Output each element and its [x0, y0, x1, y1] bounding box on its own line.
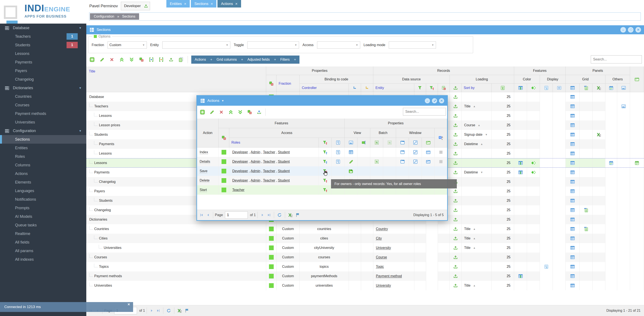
toolbar-tab-actions[interactable]: Actions [192, 58, 208, 62]
column-header-controller[interactable]: Controller [300, 84, 349, 92]
sidebar-item-all-params[interactable]: All params [0, 247, 86, 255]
row-title[interactable]: Courses [94, 255, 107, 259]
action-name[interactable]: Save [200, 169, 207, 173]
fraction-button[interactable] [138, 56, 145, 63]
modal-column-header-window[interactable]: Window [396, 128, 435, 138]
row-title[interactable]: Topics [99, 265, 108, 269]
role-link[interactable]: Teacher [263, 150, 275, 154]
column-header-fraction[interactable]: Fraction [276, 75, 300, 92]
modal-last-page-button[interactable] [267, 213, 271, 217]
modal-cell-tr[interactable] [435, 157, 447, 166]
column-header[interactable] [527, 84, 540, 92]
entity-link[interactable]: Payment method [376, 274, 402, 278]
column-header[interactable] [361, 84, 373, 92]
sidebar-group-dictionaries[interactable]: Dictionaries▼ [0, 84, 86, 92]
sidebar-item-all-indexes[interactable]: All indexes [0, 255, 86, 264]
role-link[interactable]: Student [278, 160, 290, 163]
column-header[interactable] [266, 75, 276, 92]
column-header-binding-to-code[interactable]: Binding to code [300, 75, 373, 84]
sidebar-item-columns[interactable]: Columns [0, 161, 86, 169]
role-link[interactable]: Developer [232, 150, 248, 154]
modal-cell-w1[interactable] [396, 157, 409, 166]
cell-tree[interactable]: Universities [86, 243, 266, 253]
column-header[interactable] [414, 84, 426, 92]
toolbar-tab-grid-columns[interactable]: Grid columns [214, 58, 239, 62]
sidebar-item-entities[interactable]: Entities [0, 144, 86, 152]
row-title[interactable]: Lesson prices [99, 123, 120, 127]
sidebar-item-queue-tasks[interactable]: Queue tasks [0, 221, 86, 229]
column-header-title[interactable]: Title [86, 66, 266, 92]
column-header-records[interactable]: Records [373, 66, 514, 75]
close-icon[interactable]: ✕ [184, 2, 186, 5]
column-header[interactable] [580, 84, 592, 92]
sidebar-item-universities[interactable]: Universities [0, 118, 86, 127]
column-header[interactable] [514, 84, 527, 92]
table-row[interactable]: UniversitiesCustomuniversitiesUniversity… [86, 281, 644, 290]
action-name[interactable]: Start [200, 188, 207, 192]
sidebar-item-prompts[interactable]: Prompts [0, 204, 86, 212]
modal-cell-f1[interactable] [319, 157, 332, 166]
sidebar-item-languages[interactable]: Languages [0, 186, 86, 195]
add-icon[interactable]: + [272, 58, 278, 62]
actions-modal-titlebar[interactable]: Actions ▼ – ✕ [197, 96, 447, 106]
sidebar-item-students[interactable]: Students1 [0, 41, 86, 49]
row-title[interactable]: Database [89, 95, 104, 99]
role-link[interactable]: Developer [232, 160, 248, 163]
sidebar-item-teachers[interactable]: Teachers1 [0, 32, 86, 41]
modal-fraction-button[interactable] [246, 109, 253, 116]
bracket-orange-button[interactable] [158, 56, 165, 63]
search-input[interactable] [591, 55, 642, 63]
cell-tree[interactable]: Payment methods [86, 271, 266, 281]
sort-by-value[interactable]: Signup date [464, 133, 482, 137]
sidebar-item-roles[interactable]: Roles [0, 152, 86, 161]
expand-all-button[interactable] [128, 56, 135, 63]
role-link[interactable]: Student [278, 150, 290, 154]
row-title[interactable]: Payers [94, 189, 105, 193]
add-icon[interactable]: + [239, 58, 245, 62]
modal-column-header-features[interactable]: Features [218, 119, 344, 128]
modal-table-row[interactable]: DetailsDeveloper, Admin, Teacher, Studen… [197, 157, 447, 166]
row-title[interactable]: Payments [94, 170, 110, 174]
role-link[interactable]: Teacher [263, 160, 275, 163]
minimize-button[interactable]: – [620, 27, 626, 33]
sidebar-group-configuration[interactable]: Configuration▼ [0, 127, 86, 135]
table-row[interactable]: Payment methodsCustompaymentMethodsPayme… [86, 271, 644, 281]
column-header[interactable] [426, 84, 438, 92]
table-row[interactable]: TopicsCustomtopicsTopic25N [86, 262, 644, 271]
modal-column-header-properties[interactable]: Properties [344, 119, 447, 128]
modal-add-button[interactable] [199, 109, 206, 116]
modal-cell-w3[interactable] [422, 157, 435, 166]
sidebar-item-courses[interactable]: Courses [0, 101, 86, 109]
role-link[interactable]: Developer [232, 169, 248, 173]
role-link[interactable]: Teacher [263, 169, 275, 173]
row-title[interactable]: Dictionaries [89, 218, 107, 221]
table-row[interactable]: CountriesCustomcountriesCountryTitle▲25 [86, 224, 644, 234]
role-select[interactable]: Developer [121, 2, 150, 10]
modal-cell-w1[interactable] [396, 148, 409, 157]
table-row[interactable]: CoursesCustomcoursesCourse25 [86, 253, 644, 262]
modal-column-header-access[interactable]: Access [229, 128, 344, 138]
column-header-entity[interactable]: Entity [373, 84, 414, 92]
column-header[interactable] [438, 84, 450, 92]
action-name[interactable]: Details [200, 160, 210, 164]
sort-by-value[interactable]: Title [464, 284, 470, 288]
action-name[interactable]: Delete [200, 178, 210, 183]
column-header[interactable] [592, 84, 605, 92]
column-header[interactable] [630, 66, 644, 92]
modal-import-button[interactable] [256, 109, 263, 116]
row-title[interactable]: Payments [99, 142, 114, 146]
modal-column-header-view[interactable]: View [344, 128, 370, 138]
modal-expand-all-button[interactable] [236, 109, 244, 116]
entity-link[interactable]: University [376, 284, 391, 288]
delete-button[interactable] [108, 56, 116, 63]
column-header-sort-by[interactable]: Sort by [462, 84, 492, 92]
tab-sections[interactable]: Sections✕ [191, 0, 216, 7]
sidebar-item-realtime[interactable]: Realtime [0, 229, 86, 238]
modal-refresh-button[interactable] [277, 213, 282, 217]
row-title[interactable]: Lessons [99, 152, 112, 156]
column-header[interactable] [617, 84, 630, 92]
modal-column-header[interactable]: GA [435, 128, 447, 148]
select-fraction[interactable]: Custom▼ [108, 41, 147, 49]
modal-column-header[interactable] [319, 138, 332, 148]
sort-by-value[interactable]: Datetime [464, 170, 478, 174]
